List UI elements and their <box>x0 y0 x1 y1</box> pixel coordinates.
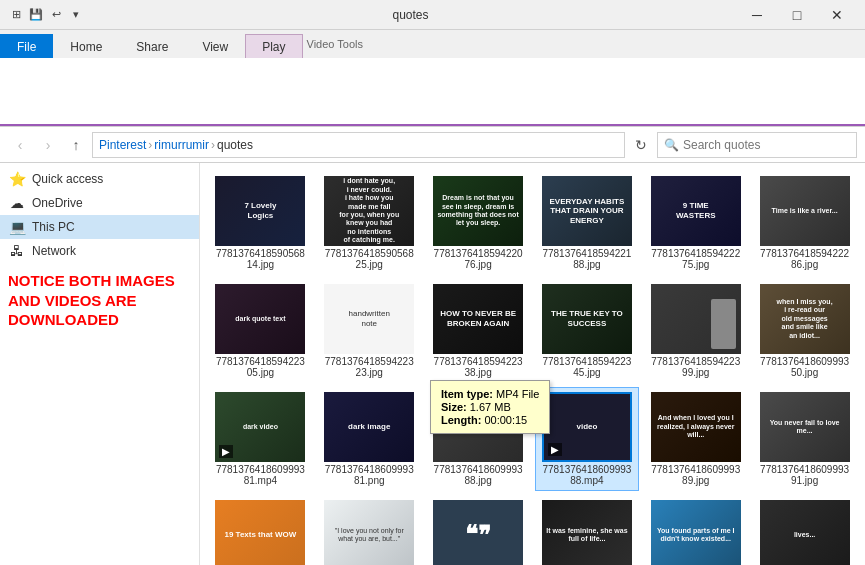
file-thumbnail: HOW TO NEVER BE BROKEN AGAIN <box>433 284 523 354</box>
back-button[interactable]: ‹ <box>8 133 32 157</box>
pc-icon: 💻 <box>8 219 26 235</box>
file-thumbnail: when I miss you,i re-read ourold message… <box>760 284 850 354</box>
file-item[interactable]: 9 TIMEWASTERS 778137641859422275.jpg <box>643 171 748 275</box>
file-thumbnail: You found parts of me I didn't know exis… <box>651 500 741 565</box>
file-item[interactable]: ❝❞ quote3.jpg <box>426 495 531 565</box>
up-button[interactable]: ↑ <box>64 133 88 157</box>
breadcrumb-quotes: quotes <box>217 138 253 152</box>
file-item[interactable]: You never fail to love me... 77813764186… <box>752 387 857 491</box>
file-item[interactable]: "I love you not only for what you are, b… <box>317 495 422 565</box>
file-item[interactable]: And when I loved you I realized, I alway… <box>643 387 748 491</box>
file-thumbnail: handwrittennote <box>324 284 414 354</box>
file-item[interactable]: 778137641859422399.jpg <box>643 279 748 383</box>
search-box: 🔍 <box>657 132 857 158</box>
file-name: 778137641859422188.jpg <box>542 248 632 270</box>
file-thumbnail: lives... <box>760 500 850 565</box>
file-thumbnail: dark image <box>324 392 414 462</box>
file-thumbnail: Dream is not that you see in sleep, drea… <box>433 176 523 246</box>
file-item[interactable]: You found parts of me I didn't know exis… <box>643 495 748 565</box>
breadcrumb-rimurrumir[interactable]: rimurrumir <box>154 138 209 152</box>
file-item[interactable]: 7 LovelyLogics 778137641859056814.jpg <box>208 171 313 275</box>
address-bar: ‹ › ↑ Pinterest › rimurrumir › quotes ↻ … <box>0 127 865 163</box>
file-item[interactable]: dark image 778137641860999381.png <box>317 387 422 491</box>
video-tools-label: Video Tools <box>307 38 363 50</box>
title-bar-icons: ⊞ 💾 ↩ ▾ <box>8 7 84 23</box>
file-name: 778137641859422275.jpg <box>651 248 741 270</box>
maximize-button[interactable]: □ <box>777 0 817 30</box>
file-name: 778137641859422305.jpg <box>215 356 305 378</box>
file-thumbnail: It was feminine, she was full of life... <box>542 500 632 565</box>
file-item[interactable]: handwrittennote 778137641859422323.jpg <box>317 279 422 383</box>
file-thumbnail: Time is like a river... <box>760 176 850 246</box>
file-name: 778137641859422399.jpg <box>651 356 741 378</box>
file-item[interactable]: It was feminine, she was full of life...… <box>535 495 640 565</box>
file-thumbnail: You never fail to love me... <box>760 392 850 462</box>
file-item[interactable]: dark video ▶ 778137641860999381.mp4 <box>208 387 313 491</box>
file-item[interactable]: i dont hate you,i never could.i hate how… <box>317 171 422 275</box>
address-path[interactable]: Pinterest › rimurrumir › quotes <box>92 132 625 158</box>
window-icon: ⊞ <box>8 7 24 23</box>
file-item[interactable]: 19 Texts that WOW 19 Texts that WOW <box>208 495 313 565</box>
file-name: 778137641859422323.jpg <box>324 356 414 378</box>
sidebar-label-quick-access: Quick access <box>32 172 103 186</box>
file-thumbnail: 19 Texts that WOW <box>215 500 305 565</box>
file-thumbnail: EVERYDAY HABITS THAT DRAIN YOUR ENERGY <box>542 176 632 246</box>
tab-play[interactable]: Play <box>245 34 302 58</box>
forward-button[interactable]: › <box>36 133 60 157</box>
minimize-button[interactable]: ─ <box>737 0 777 30</box>
content-area: 7 LovelyLogics 778137641859056814.jpg i … <box>200 163 865 565</box>
file-grid: 7 LovelyLogics 778137641859056814.jpg i … <box>208 171 857 565</box>
file-name: 778137641859056825.jpg <box>324 248 414 270</box>
file-thumbnail: ❝❞ <box>433 500 523 565</box>
close-button[interactable]: ✕ <box>817 0 857 30</box>
file-item[interactable]: when I miss you,i re-read ourold message… <box>752 279 857 383</box>
tab-home[interactable]: Home <box>53 34 119 58</box>
sidebar-item-quick-access[interactable]: ⭐ Quick access <box>0 167 199 191</box>
sidebar-item-onedrive[interactable]: ☁ OneDrive <box>0 191 199 215</box>
main-layout: ⭐ Quick access ☁ OneDrive 💻 This PC 🖧 Ne… <box>0 163 865 565</box>
ribbon-content <box>0 58 865 126</box>
window-title: quotes <box>84 8 737 22</box>
sidebar-item-network[interactable]: 🖧 Network <box>0 239 199 263</box>
file-thumbnail: And when I loved you I realized, I alway… <box>651 392 741 462</box>
refresh-button[interactable]: ↻ <box>629 133 653 157</box>
sidebar-item-this-pc[interactable]: 💻 This PC <box>0 215 199 239</box>
save-icon[interactable]: 💾 <box>28 7 44 23</box>
file-item[interactable]: HOW TO NEVER BE BROKEN AGAIN 77813764185… <box>426 279 531 383</box>
file-thumbnail: dark quote text <box>215 284 305 354</box>
file-name: 778137641860999388.jpg <box>433 464 523 486</box>
tab-file[interactable]: File <box>0 34 53 58</box>
file-item[interactable]: Time is like a river... 7781376418594222… <box>752 171 857 275</box>
file-item[interactable]: THE TRUE KEY TO SUCCESS 7781376418594223… <box>535 279 640 383</box>
file-thumbnail: "I love you not only for what you are, b… <box>324 500 414 565</box>
file-item[interactable]: lives... quote6.jpg <box>752 495 857 565</box>
file-name: 778137641859422338.jpg <box>433 356 523 378</box>
ribbon: File Home Share View Play Video Tools <box>0 30 865 127</box>
sidebar: ⭐ Quick access ☁ OneDrive 💻 This PC 🖧 Ne… <box>0 163 200 565</box>
tooltip-type: MP4 File <box>496 388 539 400</box>
file-thumbnail: video ▶ <box>542 392 632 462</box>
tab-view[interactable]: View <box>185 34 245 58</box>
file-name: 778137641860999381.mp4 <box>215 464 305 486</box>
file-thumbnail: i dont hate you,i never could.i hate how… <box>324 176 414 246</box>
undo-icon[interactable]: ↩ <box>48 7 64 23</box>
file-name: 778137641860999391.jpg <box>760 464 850 486</box>
cloud-icon: ☁ <box>8 195 26 211</box>
tab-share[interactable]: Share <box>119 34 185 58</box>
tooltip-size: 1.67 MB <box>470 401 511 413</box>
file-item-selected[interactable]: video ▶ 778137641860999388.mp4 Item type… <box>535 387 640 491</box>
breadcrumb-pinterest[interactable]: Pinterest <box>99 138 146 152</box>
ribbon-tabs: File Home Share View Play Video Tools <box>0 30 865 58</box>
file-item[interactable]: Dream is not that you see in sleep, drea… <box>426 171 531 275</box>
search-input[interactable] <box>683 138 843 152</box>
file-thumbnail: dark video ▶ <box>215 392 305 462</box>
window-controls: ─ □ ✕ <box>737 0 857 30</box>
file-item[interactable]: dark quote text 778137641859422305.jpg <box>208 279 313 383</box>
file-item[interactable]: EVERYDAY HABITS THAT DRAIN YOUR ENERGY 7… <box>535 171 640 275</box>
video-overlay: ▶ <box>548 443 562 456</box>
file-name: 778137641860999388.mp4 <box>542 464 632 486</box>
file-name: 778137641860999389.jpg <box>651 464 741 486</box>
tooltip-length-label: Length: <box>441 414 481 426</box>
dropdown-icon[interactable]: ▾ <box>68 7 84 23</box>
video-overlay: ▶ <box>219 445 233 458</box>
